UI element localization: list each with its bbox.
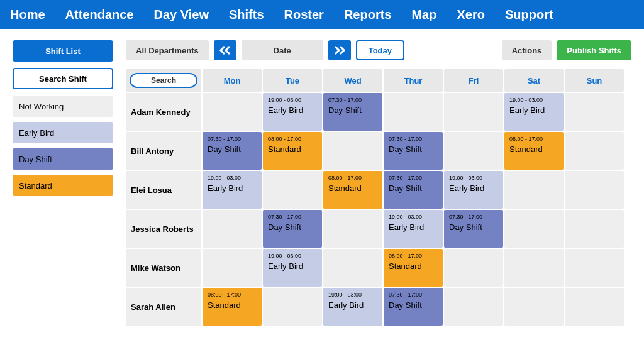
shift-block[interactable]: 07:30 - 17:00Day Shift — [384, 132, 443, 170]
shift-block[interactable]: 07:30 - 17:00Day Shift — [263, 210, 322, 248]
shift-block[interactable]: 08:00 - 17:00Standard — [384, 249, 443, 287]
departments-dropdown[interactable]: All Departments — [126, 40, 209, 60]
search-shift-button[interactable]: Search Shift — [13, 68, 113, 89]
roster-cell[interactable] — [504, 249, 564, 287]
day-header-fri[interactable]: Fri — [444, 69, 503, 92]
shift-block[interactable]: 07:30 - 17:00Day Shift — [384, 171, 443, 209]
nav-support[interactable]: Support — [505, 8, 553, 22]
roster-cell[interactable] — [263, 288, 322, 326]
roster-cell[interactable]: 19:00 - 03:00Early Bird — [384, 210, 443, 248]
roster-cell[interactable] — [203, 210, 262, 248]
roster-cell[interactable]: 19:00 - 03:00Early Bird — [263, 249, 322, 287]
shift-block[interactable]: 08:00 - 17:00Standard — [203, 288, 262, 326]
shift-block[interactable]: 07:30 - 17:00Day Shift — [444, 210, 503, 248]
roster-cell[interactable] — [384, 93, 443, 131]
shift-block[interactable]: 19:00 - 03:00Early Bird — [263, 93, 322, 131]
roster-cell[interactable]: 19:00 - 03:00Early Bird — [504, 93, 564, 131]
day-header-sat[interactable]: Sat — [504, 69, 564, 92]
nav-xero[interactable]: Xero — [457, 8, 484, 22]
roster-cell[interactable] — [444, 249, 503, 287]
employee-name[interactable]: Jessica Roberts — [126, 210, 201, 248]
roster-cell[interactable]: 07:30 - 17:00Day Shift — [384, 288, 443, 326]
shift-block[interactable]: 19:00 - 03:00Early Bird — [504, 93, 564, 131]
roster-cell[interactable]: 07:30 - 17:00Day Shift — [323, 93, 382, 131]
employee-name[interactable]: Mike Watson — [126, 249, 201, 287]
employee-name[interactable]: Adam Kennedy — [126, 93, 201, 131]
roster-cell[interactable] — [565, 93, 624, 131]
shift-block[interactable]: 08:00 - 17:00Standard — [263, 132, 322, 170]
roster-cell[interactable]: 19:00 - 03:00Early Bird — [263, 93, 322, 131]
roster-cell[interactable] — [263, 171, 322, 209]
roster-cell[interactable] — [444, 288, 503, 326]
employee-name[interactable]: Sarah Allen — [126, 288, 201, 326]
roster-cell[interactable]: 07:30 - 17:00Day Shift — [384, 132, 443, 170]
roster-cell[interactable]: 08:00 - 17:00Standard — [203, 288, 262, 326]
shift-type-label: Standard — [389, 261, 438, 271]
shift-block[interactable]: 19:00 - 03:00Early Bird — [323, 288, 382, 326]
nav-day-view[interactable]: Day View — [153, 8, 208, 22]
shift-block[interactable]: 07:30 - 17:00Day Shift — [323, 93, 382, 131]
roster-cell[interactable] — [565, 171, 624, 209]
nav-shifts[interactable]: Shifts — [229, 8, 264, 22]
nav-map[interactable]: Map — [411, 8, 436, 22]
roster-cell[interactable] — [504, 210, 564, 248]
shift-block[interactable]: 08:00 - 17:00Standard — [323, 171, 382, 209]
roster-cell[interactable] — [203, 249, 262, 287]
shift-type-day-shift[interactable]: Day Shift — [13, 148, 113, 170]
day-header-wed[interactable]: Wed — [323, 69, 382, 92]
day-header-thur[interactable]: Thur — [384, 69, 443, 92]
shift-type-label: Early Bird — [389, 222, 438, 232]
roster-cell[interactable]: 19:00 - 03:00Early Bird — [444, 171, 503, 209]
nav-roster[interactable]: Roster — [284, 8, 324, 22]
shift-time: 19:00 - 03:00 — [268, 253, 317, 259]
publish-shifts-button[interactable]: Publish Shifts — [557, 40, 631, 60]
roster-cell[interactable] — [504, 171, 564, 209]
today-button[interactable]: Today — [356, 40, 404, 60]
day-header-tue[interactable]: Tue — [263, 69, 322, 92]
roster-cell[interactable]: 07:30 - 17:00Day Shift — [444, 210, 503, 248]
roster-cell[interactable]: 19:00 - 03:00Early Bird — [323, 288, 382, 326]
roster-cell[interactable]: 07:30 - 17:00Day Shift — [263, 210, 322, 248]
roster-cell[interactable] — [565, 210, 624, 248]
roster-cell[interactable] — [444, 132, 503, 170]
roster-cell[interactable] — [203, 93, 262, 131]
roster-cell[interactable] — [444, 93, 503, 131]
shift-block[interactable]: 19:00 - 03:00Early Bird — [203, 171, 262, 209]
roster-cell[interactable] — [323, 210, 382, 248]
nav-home[interactable]: Home — [10, 8, 45, 22]
employee-name[interactable]: Bill Antony — [126, 132, 201, 170]
shift-block[interactable]: 19:00 - 03:00Early Bird — [384, 210, 443, 248]
shift-block[interactable]: 07:30 - 17:00Day Shift — [203, 132, 262, 170]
roster-cell[interactable] — [565, 132, 624, 170]
roster-cell[interactable]: 07:30 - 17:00Day Shift — [384, 171, 443, 209]
roster-cell[interactable]: 08:00 - 17:00Standard — [263, 132, 322, 170]
shift-block[interactable]: 19:00 - 03:00Early Bird — [263, 249, 322, 287]
nav-reports[interactable]: Reports — [344, 8, 392, 22]
search-input[interactable]: Search — [130, 73, 197, 88]
shift-type-early-bird[interactable]: Early Bird — [13, 122, 113, 143]
roster-cell[interactable]: 08:00 - 17:00Standard — [323, 171, 382, 209]
date-picker[interactable]: Date — [242, 40, 323, 60]
actions-button[interactable]: Actions — [502, 40, 552, 60]
next-arrow-button[interactable] — [328, 40, 351, 60]
day-header-mon[interactable]: Mon — [203, 69, 262, 92]
roster-cell[interactable]: 08:00 - 17:00Standard — [384, 249, 443, 287]
shift-block[interactable]: 07:30 - 17:00Day Shift — [384, 288, 443, 326]
roster-cell[interactable] — [565, 288, 624, 326]
shift-block[interactable]: 08:00 - 17:00Standard — [504, 132, 564, 170]
nav-attendance[interactable]: Attendance — [65, 8, 134, 22]
roster-cell[interactable] — [504, 288, 564, 326]
roster-cell[interactable] — [565, 249, 624, 287]
roster-cell[interactable]: 08:00 - 17:00Standard — [504, 132, 564, 170]
shift-type-standard[interactable]: Standard — [13, 175, 113, 196]
roster-cell[interactable] — [323, 132, 382, 170]
shift-list-button[interactable]: Shift List — [13, 40, 113, 62]
roster-cell[interactable]: 19:00 - 03:00Early Bird — [203, 171, 262, 209]
prev-arrow-button[interactable] — [214, 40, 236, 60]
roster-cell[interactable] — [323, 249, 382, 287]
employee-name[interactable]: Elei Losua — [126, 171, 201, 209]
shift-type-not-working[interactable]: Not Working — [13, 96, 113, 117]
roster-cell[interactable]: 07:30 - 17:00Day Shift — [203, 132, 262, 170]
shift-block[interactable]: 19:00 - 03:00Early Bird — [444, 171, 503, 209]
day-header-sun[interactable]: Sun — [565, 69, 624, 92]
